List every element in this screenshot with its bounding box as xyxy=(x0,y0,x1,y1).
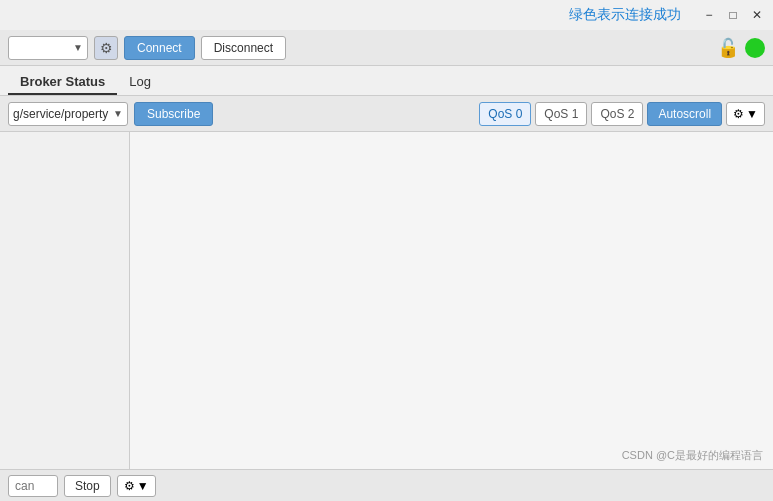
window-controls: − □ ✕ xyxy=(701,7,765,23)
lock-icon: 🔓 xyxy=(717,37,739,59)
main-area: g/service/property ▼ Subscribe QoS 0 QoS… xyxy=(0,96,773,501)
content-area xyxy=(0,132,773,501)
status-text: 绿色表示连接成功 xyxy=(0,6,701,24)
stop-button[interactable]: Stop xyxy=(64,475,111,497)
tab-log[interactable]: Log xyxy=(117,70,163,95)
host-dropdown[interactable]: ▼ xyxy=(8,36,88,60)
qos0-button[interactable]: QoS 0 xyxy=(479,102,531,126)
bottom-settings-icon: ⚙ xyxy=(124,479,135,493)
bottom-settings-button[interactable]: ⚙ ▼ xyxy=(117,475,156,497)
subscribe-settings-button[interactable]: ⚙ ▼ xyxy=(726,102,765,126)
topic-value: g/service/property xyxy=(13,107,111,121)
qos2-button[interactable]: QoS 2 xyxy=(591,102,643,126)
dropdown-arrow-icon: ▼ xyxy=(73,42,83,53)
topic-input-wrapper[interactable]: g/service/property ▼ xyxy=(8,102,128,126)
qos-group: QoS 0 QoS 1 QoS 2 Autoscroll ⚙ ▼ xyxy=(479,102,765,126)
maximize-button[interactable]: □ xyxy=(725,7,741,23)
bottom-settings-arrow: ▼ xyxy=(137,479,149,493)
settings-button[interactable]: ⚙ xyxy=(94,36,118,60)
subscribe-settings-icon: ⚙ xyxy=(733,107,744,121)
minimize-button[interactable]: − xyxy=(701,7,717,23)
watermark: CSDN @C是最好的编程语言 xyxy=(622,448,763,463)
can-input[interactable] xyxy=(8,475,58,497)
qos1-button[interactable]: QoS 1 xyxy=(535,102,587,126)
left-panel xyxy=(0,132,130,501)
bottom-bar: Stop ⚙ ▼ xyxy=(0,469,773,501)
subscribe-settings-arrow: ▼ xyxy=(746,107,758,121)
title-bar: 绿色表示连接成功 − □ ✕ xyxy=(0,0,773,30)
disconnect-button[interactable]: Disconnect xyxy=(201,36,286,60)
tab-bar: Broker Status Log xyxy=(0,66,773,96)
connection-status-dot xyxy=(745,38,765,58)
tab-broker-status[interactable]: Broker Status xyxy=(8,70,117,95)
right-panel xyxy=(130,132,773,501)
autoscroll-button[interactable]: Autoscroll xyxy=(647,102,722,126)
toolbar: ▼ ⚙ Connect Disconnect 🔓 xyxy=(0,30,773,66)
topic-dropdown-arrow-icon: ▼ xyxy=(113,108,123,119)
subscribe-button[interactable]: Subscribe xyxy=(134,102,213,126)
subscribe-bar: g/service/property ▼ Subscribe QoS 0 QoS… xyxy=(0,96,773,132)
connect-button[interactable]: Connect xyxy=(124,36,195,60)
close-button[interactable]: ✕ xyxy=(749,7,765,23)
